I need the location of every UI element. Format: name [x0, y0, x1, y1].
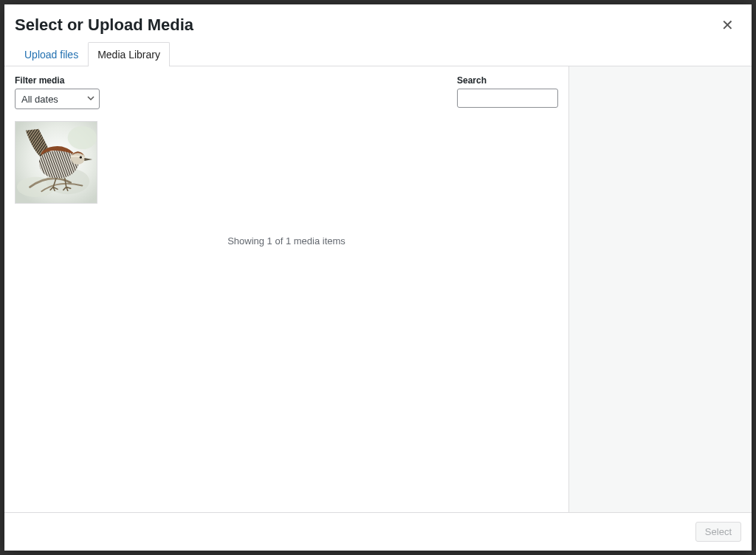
media-modal: Select or Upload Media ✕ Upload files Me… — [4, 4, 752, 551]
close-icon: ✕ — [721, 17, 734, 33]
modal-title: Select or Upload Media — [15, 15, 193, 35]
modal-header: Select or Upload Media ✕ — [4, 4, 752, 41]
search-label: Search — [457, 75, 558, 86]
select-button[interactable]: Select — [695, 522, 741, 542]
search-input[interactable] — [457, 89, 558, 108]
modal-footer: Select — [4, 512, 752, 551]
modal-body: Filter media All dates Search — [4, 66, 752, 512]
media-thumbnail[interactable] — [15, 121, 97, 204]
filter-select-wrap: All dates — [15, 89, 100, 109]
svg-point-9 — [80, 156, 82, 159]
main-panel: Filter media All dates Search — [4, 66, 568, 512]
tabs: Upload files Media Library — [4, 41, 752, 66]
details-sidebar — [568, 66, 752, 512]
close-button[interactable]: ✕ — [715, 15, 740, 35]
bird-illustration-icon — [16, 122, 97, 203]
filter-label: Filter media — [15, 75, 100, 86]
media-grid — [15, 121, 558, 206]
tab-upload-files[interactable]: Upload files — [15, 42, 88, 66]
tab-media-library[interactable]: Media Library — [88, 42, 170, 66]
search-group: Search — [457, 75, 558, 108]
filter-select[interactable]: All dates — [15, 89, 100, 109]
status-text: Showing 1 of 1 media items — [15, 235, 558, 247]
toolbar: Filter media All dates Search — [15, 75, 558, 109]
svg-point-8 — [71, 151, 86, 165]
filter-group: Filter media All dates — [15, 75, 100, 109]
svg-point-5 — [68, 126, 97, 149]
